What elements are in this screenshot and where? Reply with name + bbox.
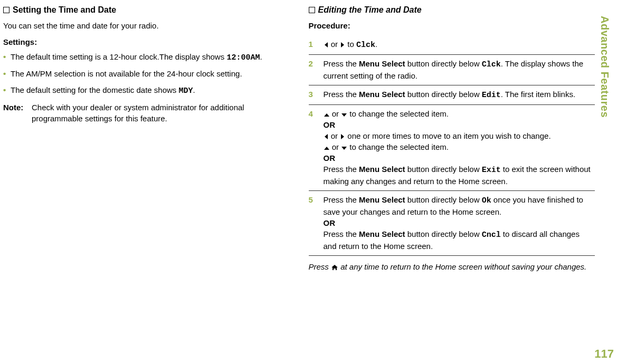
svg-marker-6: [324, 147, 329, 150]
arrow-up-icon: [324, 109, 330, 118]
step: 2 Press the Menu Select button directly …: [309, 55, 595, 85]
note-label: Note:: [3, 102, 32, 124]
section-title-vertical: Advanced Features: [599, 16, 611, 118]
section-heading-left: Setting the Time and Date: [3, 5, 290, 15]
text: to change the selected item.: [347, 109, 449, 118]
svg-marker-7: [341, 147, 347, 150]
square-bullet-icon: [309, 7, 315, 13]
step-number: 4: [309, 108, 324, 187]
settings-label: Settings:: [3, 37, 290, 46]
mono-text: Clck: [356, 41, 375, 50]
mono-text: 12:00AM: [226, 53, 260, 62]
arrow-left-icon: [324, 131, 329, 140]
list-item: The default time setting is a 12-hour cl…: [3, 52, 290, 63]
mono-text: Clck: [482, 60, 501, 69]
step-number: 3: [309, 89, 324, 101]
text: Press: [309, 262, 331, 271]
mono-text: Exit: [482, 166, 501, 175]
text: Press the: [324, 90, 359, 99]
mono-text: MDY: [179, 87, 193, 95]
text: button directly below: [405, 195, 482, 204]
text: .: [375, 40, 377, 49]
mono-text: Cncl: [482, 231, 501, 240]
text: to change the selected item.: [347, 142, 449, 151]
or-label: OR: [324, 119, 595, 130]
svg-marker-2: [324, 113, 329, 117]
arrow-down-icon: [341, 142, 347, 151]
step-number: 2: [309, 58, 324, 81]
text: .: [193, 85, 195, 94]
arrow-left-icon: [324, 40, 329, 49]
arrow-right-icon: [340, 40, 345, 49]
mono-text: Ok: [482, 196, 491, 205]
text: or: [329, 131, 340, 140]
list-item: The AM/PM selection is not available for…: [3, 69, 290, 79]
sidebar: Advanced Features: [595, 5, 614, 360]
heading-text: Setting the Time and Date: [13, 5, 116, 15]
step-body: Press the Menu Select button directly be…: [324, 194, 595, 252]
or-label: OR: [324, 152, 595, 164]
svg-marker-0: [325, 42, 328, 47]
text: Press the: [324, 165, 359, 174]
svg-marker-4: [325, 134, 328, 139]
text: or: [330, 142, 341, 151]
bold-text: Menu Select: [359, 165, 405, 174]
step-body: or to Clck.: [324, 39, 595, 51]
settings-list: The default time setting is a 12-hour cl…: [3, 52, 290, 97]
step-body: Press the Menu Select button directly be…: [324, 89, 595, 101]
page-number: 117: [594, 347, 614, 361]
text: The default setting for the domestic dat…: [11, 85, 179, 94]
page: Setting the Time and Date You can set th…: [3, 5, 614, 360]
text: or: [330, 109, 341, 118]
svg-marker-3: [341, 113, 347, 117]
text: The default time setting is a 12-hour cl…: [11, 52, 226, 61]
procedure-label: Procedure:: [309, 21, 595, 30]
text: at any time to return to the Home screen…: [338, 262, 586, 271]
text: button directly below: [405, 59, 482, 68]
text: . The first item blinks.: [501, 90, 575, 99]
procedure-steps: 1 or to Clck. 2 Press the Menu Select bu…: [309, 35, 595, 256]
step: 1 or to Clck.: [309, 35, 595, 55]
bold-text: Menu Select: [359, 59, 405, 68]
step-body: or to change the selected item. OR or on…: [324, 108, 595, 187]
home-icon: [331, 262, 338, 271]
text: or: [329, 40, 340, 49]
text: one or more times to move to an item you…: [345, 131, 550, 140]
step: 5 Press the Menu Select button directly …: [309, 191, 595, 256]
left-column: Setting the Time and Date You can set th…: [3, 5, 299, 360]
svg-marker-8: [331, 265, 338, 270]
text: Press the: [324, 195, 359, 204]
step-number: 1: [309, 39, 324, 51]
step-number: 5: [309, 194, 324, 252]
text: button directly below: [405, 90, 482, 99]
text: Press the: [324, 59, 359, 68]
heading-text: Editing the Time and Date: [318, 5, 422, 15]
note-row: Note: Check with your dealer or system a…: [3, 102, 290, 124]
text: button directly below: [405, 165, 482, 174]
arrow-right-icon: [340, 131, 345, 140]
lead-text: You can set the time and date for your r…: [3, 21, 290, 30]
tail-note: Press at any time to return to the Home …: [309, 261, 595, 273]
svg-marker-5: [341, 134, 344, 139]
text: to: [345, 40, 356, 49]
text: Press the: [324, 229, 359, 238]
bold-text: Menu Select: [359, 90, 405, 99]
mono-text: Edit: [482, 91, 501, 100]
svg-marker-1: [341, 42, 344, 47]
section-heading-right: Editing the Time and Date: [309, 5, 595, 15]
or-label: OR: [324, 217, 595, 228]
text: .: [260, 52, 262, 61]
list-item: The default setting for the domestic dat…: [3, 85, 290, 97]
step: 4 or to change the selected item. OR or …: [309, 105, 595, 191]
step: 3 Press the Menu Select button directly …: [309, 85, 595, 105]
bold-text: Menu Select: [359, 195, 405, 204]
arrow-up-icon: [324, 142, 330, 151]
square-bullet-icon: [3, 7, 10, 13]
right-column: Editing the Time and Date Procedure: 1 o…: [299, 5, 595, 360]
text: button directly below: [405, 229, 482, 238]
note-text: Check with your dealer or system adminis…: [32, 102, 290, 124]
bold-text: Menu Select: [359, 229, 405, 238]
step-body: Press the Menu Select button directly be…: [324, 58, 595, 81]
arrow-down-icon: [341, 109, 347, 118]
